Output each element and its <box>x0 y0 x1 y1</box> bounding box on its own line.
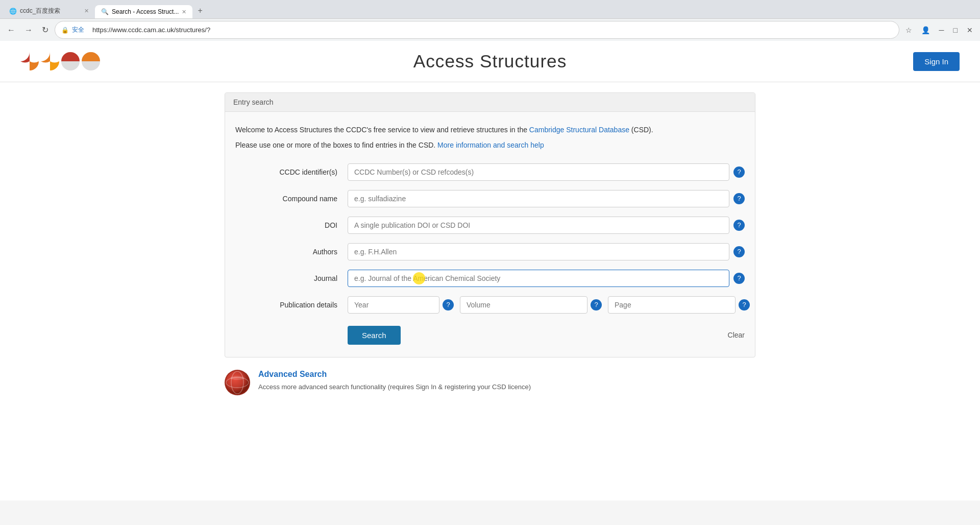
form-section: CCDC identifier(s) ? Compound name ? <box>235 163 745 345</box>
advanced-search-section: Advanced Search Access more advanced sea… <box>225 370 755 395</box>
compound-name-input[interactable] <box>348 190 729 207</box>
welcome-line1-start: Welcome to Access Structures the CCDC's … <box>235 126 527 134</box>
tab-1-label: ccdc_百度搜索 <box>20 7 60 15</box>
main-container: Entry search Welcome to Access Structure… <box>204 82 776 416</box>
site-header: Access Structures Sign In <box>0 41 980 82</box>
journal-wrapper: ? <box>348 270 745 287</box>
year-help[interactable]: ? <box>443 299 454 311</box>
year-group: ? <box>348 296 454 314</box>
logo-shape-3 <box>61 52 80 70</box>
volume-help[interactable]: ? <box>591 299 602 311</box>
tab-bar: 🌐 ccdc_百度搜索 ✕ 🔍 Search - Access Struct..… <box>0 0 980 18</box>
doi-input[interactable] <box>348 217 729 234</box>
welcome-text-2: Please use one or more of the boxes to f… <box>235 139 745 151</box>
authors-help[interactable]: ? <box>733 246 745 257</box>
logo-shape-2 <box>41 52 59 70</box>
publication-details-label: Publication details <box>235 301 348 309</box>
welcome-text-1: Welcome to Access Structures the CCDC's … <box>235 124 745 135</box>
advanced-search-description: Access more advanced search functionalit… <box>258 382 531 392</box>
journal-row: Journal ? <box>235 270 745 287</box>
compound-name-label: Compound name <box>235 195 348 203</box>
publication-details-row: Publication details ? ? <box>235 296 745 314</box>
tab-2[interactable]: 🔍 Search - Access Struct... ✕ <box>95 5 192 18</box>
welcome-line1-end: (CSD). <box>631 126 653 134</box>
security-label: 安全 <box>72 26 84 34</box>
volume-group: ? <box>460 296 602 314</box>
profile-button[interactable]: 👤 <box>918 24 933 36</box>
publication-inputs: ? ? ? <box>348 296 750 314</box>
tab-2-close[interactable]: ✕ <box>182 9 186 15</box>
doi-help[interactable]: ? <box>733 220 745 231</box>
close-button[interactable]: ✕ <box>964 24 976 36</box>
journal-input[interactable] <box>348 270 729 287</box>
tab-1[interactable]: 🌐 ccdc_百度搜索 ✕ <box>3 4 95 18</box>
svg-point-2 <box>226 371 249 394</box>
journal-label: Journal <box>235 274 348 282</box>
bookmark-button[interactable]: ☆ <box>902 24 915 36</box>
ccdc-id-row: CCDC identifier(s) ? <box>235 163 745 181</box>
logo-shape-4 <box>82 52 100 70</box>
advanced-icon-svg <box>225 370 250 395</box>
page-content: Access Structures Sign In Entry search W… <box>0 41 980 500</box>
minimize-button[interactable]: ─ <box>936 24 947 36</box>
search-button[interactable]: Search <box>348 326 401 345</box>
authors-wrapper: ? <box>348 243 745 260</box>
journal-help[interactable]: ? <box>733 273 745 284</box>
svg-point-5 <box>230 376 244 380</box>
publication-details-wrapper: ? ? ? <box>348 296 750 314</box>
address-bar-row: ← → ↻ 🔒 安全 ☆ 👤 ─ □ ✕ <box>0 18 980 41</box>
site-title: Access Structures <box>413 51 567 71</box>
browser-chrome: 🌐 ccdc_百度搜索 ✕ 🔍 Search - Access Struct..… <box>0 0 980 41</box>
doi-row: DOI ? <box>235 217 745 234</box>
ccdc-id-input[interactable] <box>348 163 729 181</box>
authors-row: Authors ? <box>235 243 745 260</box>
sign-in-button[interactable]: Sign In <box>913 52 960 71</box>
journal-input-container <box>348 270 729 287</box>
page-input[interactable] <box>608 296 736 314</box>
page-help[interactable]: ? <box>739 299 750 311</box>
volume-input[interactable] <box>460 296 587 314</box>
tab-1-favicon: 🌐 <box>9 8 17 15</box>
search-panel-body: Welcome to Access Structures the CCDC's … <box>225 112 755 357</box>
page-group: ? <box>608 296 750 314</box>
entry-search-panel: Entry search Welcome to Access Structure… <box>225 92 755 357</box>
authors-label: Authors <box>235 248 348 256</box>
clear-button[interactable]: Clear <box>728 331 745 339</box>
advanced-search-text: Advanced Search Access more advanced sea… <box>258 370 531 392</box>
security-icon: 🔒 <box>61 27 69 34</box>
authors-input[interactable] <box>348 243 729 260</box>
logo-shape-1 <box>20 52 39 70</box>
compound-name-wrapper: ? <box>348 190 745 207</box>
tab-1-close[interactable]: ✕ <box>84 8 89 14</box>
search-panel-header: Entry search <box>225 93 755 112</box>
panel-title: Entry search <box>233 98 274 106</box>
csd-link[interactable]: Cambridge Structural Database <box>529 126 629 134</box>
ccdc-id-wrapper: ? <box>348 163 745 181</box>
advanced-search-icon <box>225 370 250 395</box>
doi-label: DOI <box>235 221 348 229</box>
tab-2-label: Search - Access Struct... <box>112 8 179 15</box>
maximize-button[interactable]: □ <box>950 24 961 36</box>
form-actions: Search Clear <box>235 326 745 345</box>
compound-name-row: Compound name ? <box>235 190 745 207</box>
tab-2-favicon: 🔍 <box>101 8 109 15</box>
welcome-line2: Please use one or more of the boxes to f… <box>235 141 435 149</box>
ccdc-id-label: CCDC identifier(s) <box>235 168 348 176</box>
back-button[interactable]: ← <box>4 23 18 37</box>
ccdc-id-help[interactable]: ? <box>733 166 745 178</box>
advanced-search-title[interactable]: Advanced Search <box>258 370 531 379</box>
year-input[interactable] <box>348 296 439 314</box>
help-link[interactable]: More information and search help <box>437 141 544 149</box>
doi-wrapper: ? <box>348 217 745 234</box>
forward-button[interactable]: → <box>21 23 36 37</box>
new-tab-button[interactable]: + <box>192 3 207 18</box>
reload-button[interactable]: ↻ <box>39 23 52 37</box>
address-input[interactable] <box>87 23 893 36</box>
compound-name-help[interactable]: ? <box>733 193 745 204</box>
site-logo <box>20 52 100 70</box>
